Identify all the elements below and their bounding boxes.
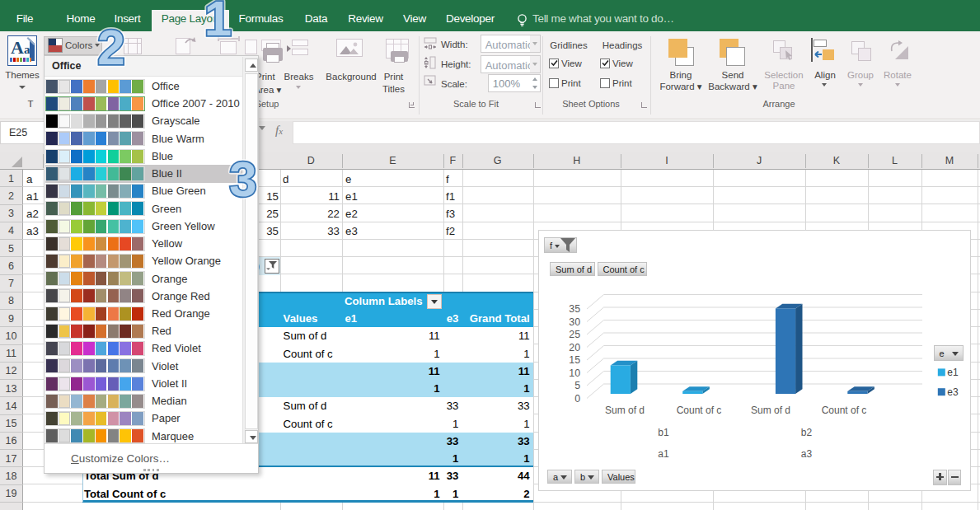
svg-text:a1: a1 bbox=[658, 448, 669, 460]
svg-text:5: 5 bbox=[574, 380, 580, 391]
svg-text:0: 0 bbox=[574, 393, 580, 405]
svg-text:30: 30 bbox=[569, 316, 580, 328]
svg-text:Count of c: Count of c bbox=[822, 405, 867, 416]
svg-text:10: 10 bbox=[569, 367, 580, 379]
svg-text:e1: e1 bbox=[947, 367, 959, 378]
svg-text:Sum of d: Sum of d bbox=[751, 405, 790, 416]
svg-text:b1: b1 bbox=[658, 427, 669, 438]
svg-text:35: 35 bbox=[569, 303, 580, 315]
svg-text:e3: e3 bbox=[947, 386, 959, 398]
svg-text:a3: a3 bbox=[801, 448, 813, 460]
svg-text:b2: b2 bbox=[801, 427, 813, 438]
svg-text:Sum of d: Sum of d bbox=[605, 405, 645, 416]
svg-text:Count of c: Count of c bbox=[677, 405, 722, 416]
svg-text:20: 20 bbox=[569, 342, 580, 353]
svg-text:25: 25 bbox=[569, 329, 580, 340]
svg-text:15: 15 bbox=[569, 354, 580, 366]
